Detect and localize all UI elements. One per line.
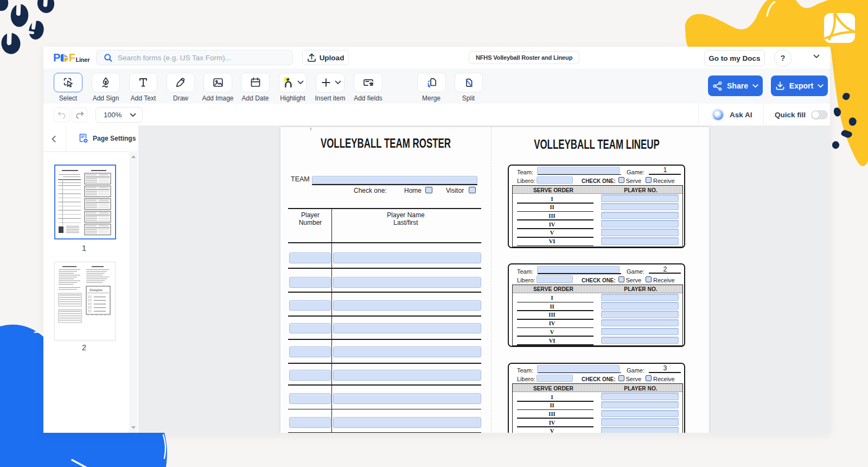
toolbar-split-button[interactable] [455, 73, 483, 92]
svg-text:Douglas: Douglas [89, 288, 103, 292]
export-button[interactable]: Export [771, 75, 828, 96]
check-one-label: Check one: [354, 187, 387, 194]
roster-row-name-field[interactable] [333, 346, 482, 357]
serve-order-line [517, 409, 593, 411]
ask-ai-label: Ask AI [730, 111, 752, 119]
player-no-field[interactable] [601, 337, 679, 344]
serve-order-col-title: SERVE ORDER [529, 385, 577, 392]
page-thumbnail-2[interactable]: Douglas [54, 262, 116, 340]
player-no-field[interactable] [601, 220, 679, 228]
player-no-field[interactable] [601, 194, 679, 202]
toolbar-draw-button[interactable] [167, 73, 195, 92]
player-no-field[interactable] [601, 229, 679, 236]
redo-button[interactable] [72, 108, 87, 122]
roster-row-name-field[interactable] [333, 417, 482, 428]
home-checkbox[interactable] [425, 187, 432, 194]
check-one-label: CHECK ONE: [582, 178, 616, 184]
go-to-my-docs-button[interactable]: Go to my Docs [704, 50, 765, 66]
roster-row-name-field[interactable] [333, 323, 482, 334]
page-number-label: 2 [53, 343, 115, 352]
receive-checkbox[interactable] [646, 276, 652, 282]
player-no-field[interactable] [601, 212, 679, 219]
header-chevron-down-icon[interactable] [813, 54, 820, 59]
receive-checkbox[interactable] [646, 375, 652, 381]
page-thumbnail-1-selected[interactable] [54, 165, 116, 239]
team-label: Team: [517, 367, 533, 374]
roster-row-name-field[interactable] [333, 277, 482, 288]
toolbar-split-label: Split [444, 94, 493, 102]
player-no-field[interactable] [601, 294, 679, 301]
team-label: Team: [517, 268, 533, 275]
toolbar-insert-item-button[interactable] [316, 73, 344, 92]
pdfliner-logo[interactable]: P F Liner [53, 51, 90, 65]
player-no-field[interactable] [601, 418, 679, 426]
sidebar-collapse-button[interactable] [47, 132, 61, 146]
roster-row-number-field[interactable] [289, 300, 331, 311]
row-line [288, 432, 481, 433]
toolbar-add-date-button[interactable] [241, 73, 270, 92]
player-no-field[interactable] [601, 311, 679, 318]
roster-row-number-field[interactable] [289, 417, 331, 428]
toolbar-add-image-button[interactable] [203, 73, 232, 92]
serve-checkbox[interactable] [618, 375, 624, 381]
player-no-field[interactable] [601, 328, 679, 336]
quick-fill-toggle[interactable] [811, 110, 828, 119]
separator [698, 104, 699, 125]
serve-order-line [517, 203, 593, 204]
visitor-checkbox[interactable] [469, 187, 476, 194]
roster-row-number-field[interactable] [289, 277, 331, 288]
roster-row-number-field[interactable] [289, 370, 331, 381]
player-no-field[interactable] [601, 302, 679, 310]
share-chevron-icon [752, 84, 758, 88]
team-field[interactable] [312, 176, 477, 184]
player-no-field[interactable] [601, 393, 679, 400]
lineup-team-field[interactable] [537, 266, 620, 274]
player-no-col-title: PLAYER NO. [617, 187, 664, 193]
roster-row-name-field[interactable] [333, 393, 482, 404]
sidebar-scrollbar[interactable] [129, 152, 137, 433]
share-button[interactable]: Share [708, 75, 763, 96]
toolbar-add-fields-button[interactable] [354, 73, 382, 92]
upload-button[interactable]: Upload [302, 50, 349, 65]
table-vline [331, 208, 333, 433]
help-button[interactable]: ? [774, 49, 792, 67]
player-no-field[interactable] [601, 410, 679, 418]
roster-row-number-field[interactable] [289, 346, 331, 357]
toolbar-highlight-button[interactable] [279, 73, 307, 92]
toolbar-select-button[interactable] [54, 73, 82, 92]
player-no-field[interactable] [601, 319, 679, 327]
roster-row-number-field[interactable] [289, 253, 331, 263]
document-title-badge[interactable]: NFHS Volleyball Roster and Lineup [469, 51, 579, 64]
roster-row-number-field[interactable] [289, 323, 331, 334]
undo-button[interactable] [54, 108, 69, 122]
toolbar-add-text-button[interactable] [129, 73, 157, 92]
roster-row-name-field[interactable] [333, 300, 482, 311]
roster-row-name-field[interactable] [333, 253, 482, 263]
search-input[interactable]: Search forms (e.g. US Tax Form)... [96, 50, 293, 65]
serve-checkbox[interactable] [618, 177, 624, 183]
lineup-team-field[interactable] [537, 365, 620, 373]
zoom-dropdown[interactable]: 100% [95, 107, 143, 123]
scroll-down-arrow-icon[interactable] [131, 426, 136, 429]
logo-liner-text: Liner [75, 56, 90, 63]
toolbar-merge-button[interactable] [417, 73, 446, 92]
player-no-field[interactable] [601, 427, 679, 433]
player-no-field[interactable] [601, 203, 679, 211]
libero-field[interactable] [537, 275, 573, 283]
team-underline [312, 184, 477, 185]
lineup-team-field[interactable] [537, 167, 620, 174]
serve-order-line [517, 401, 593, 402]
scroll-up-arrow-icon[interactable] [131, 155, 136, 158]
toolbar-add-sign-button[interactable] [92, 73, 120, 92]
roster-row-name-field[interactable] [333, 370, 482, 381]
select-icon [62, 76, 75, 89]
serve-checkbox[interactable] [618, 276, 624, 282]
page-settings-tab[interactable]: Page Settings [66, 125, 138, 152]
libero-field[interactable] [537, 375, 573, 382]
libero-field[interactable] [537, 176, 573, 184]
player-no-field[interactable] [601, 401, 679, 409]
ask-ai-button[interactable]: Ask AI [713, 110, 752, 120]
player-no-field[interactable] [601, 237, 679, 245]
roster-row-number-field[interactable] [289, 393, 331, 404]
receive-checkbox[interactable] [646, 177, 652, 183]
